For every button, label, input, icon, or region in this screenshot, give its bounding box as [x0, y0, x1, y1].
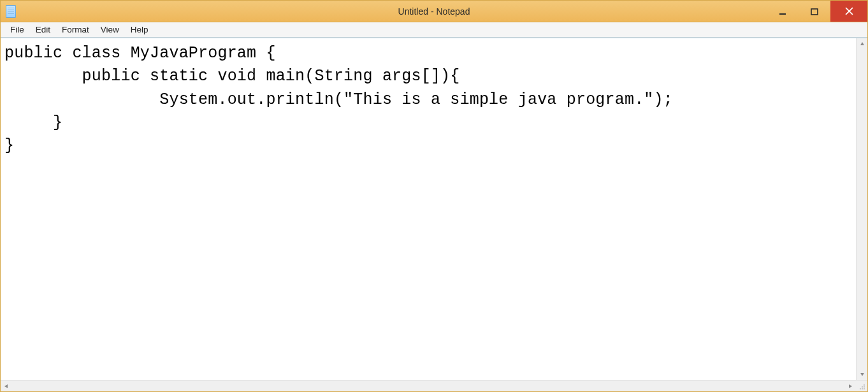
scroll-left-arrow-icon[interactable] [1, 381, 12, 391]
svg-point-11 [860, 388, 861, 389]
svg-marker-4 [860, 42, 864, 45]
text-editor[interactable]: public class MyJavaProgram { public stat… [1, 38, 856, 380]
svg-point-8 [864, 384, 865, 386]
scroll-up-arrow-icon[interactable] [857, 38, 867, 50]
notepad-window: Untitled - Notepad File Edit Format View… [0, 0, 868, 392]
menu-format[interactable]: Format [56, 24, 95, 36]
menu-help[interactable]: Help [125, 24, 154, 36]
menu-file[interactable]: File [4, 24, 30, 36]
menu-bar: File Edit Format View Help [1, 22, 867, 38]
scroll-right-arrow-icon[interactable] [844, 381, 856, 391]
window-title: Untitled - Notepad [1, 6, 867, 17]
title-bar[interactable]: Untitled - Notepad [1, 1, 867, 22]
svg-marker-5 [860, 373, 864, 376]
content-area: public class MyJavaProgram { public stat… [1, 38, 867, 380]
menu-view[interactable]: View [95, 24, 125, 36]
maximize-button[interactable] [799, 1, 830, 22]
close-icon [845, 7, 853, 15]
scroll-down-arrow-icon[interactable] [857, 368, 867, 380]
minimize-icon [779, 8, 786, 15]
close-button[interactable] [830, 1, 867, 22]
svg-point-12 [862, 388, 863, 389]
maximize-icon [811, 8, 818, 15]
horizontal-scrollbar[interactable] [1, 380, 867, 391]
svg-rect-1 [811, 9, 818, 15]
window-controls [767, 1, 867, 22]
svg-point-10 [864, 386, 865, 388]
svg-marker-6 [4, 384, 8, 388]
vertical-scrollbar[interactable] [856, 38, 867, 380]
svg-point-9 [862, 386, 863, 388]
svg-marker-7 [849, 384, 852, 388]
resize-grip-icon[interactable] [856, 381, 867, 391]
minimize-button[interactable] [767, 1, 799, 22]
menu-edit[interactable]: Edit [30, 24, 56, 36]
svg-point-13 [864, 388, 865, 389]
horizontal-scroll-track[interactable] [12, 381, 844, 391]
vertical-scroll-track[interactable] [857, 50, 867, 368]
notepad-icon [6, 5, 16, 18]
